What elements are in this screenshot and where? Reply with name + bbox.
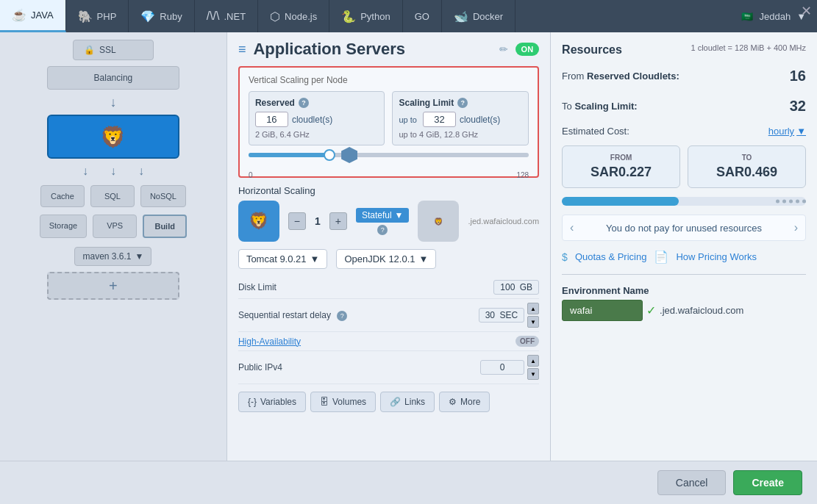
seq-restart-help-icon[interactable]: ? [337,311,347,321]
cache-node[interactable]: Cache [40,185,85,207]
create-label: Create [752,477,784,489]
seq-restart-label: Sequential restart delay ? [238,310,479,321]
progress-dot-4 [796,200,799,204]
resources-header: Resources 1 cloudlet = 128 MiB + 400 MHz [562,43,806,57]
seq-restart-unit: SEC [499,310,518,320]
scaling-cloudlet-row: up to cloudlet(s) [399,112,522,127]
seq-restart-up-button[interactable]: ▲ [527,303,539,314]
add-button[interactable]: + [47,272,179,300]
build-node[interactable]: Build [143,215,187,238]
more-button[interactable]: ⚙ More [439,392,490,412]
ha-toggle-button[interactable]: OFF [515,336,539,347]
links-button[interactable]: 🔗 Links [380,392,435,412]
sql-node[interactable]: SQL [90,185,135,207]
action-bar: {-} Variables 🗄 Volumes 🔗 Links ⚙ More [238,392,539,412]
volumes-button[interactable]: 🗄 Volumes [310,392,376,412]
to-price-value: SAR0.469 [696,165,798,180]
toggle-on-button[interactable]: ON [515,43,540,56]
tab-java[interactable]: ☕ JAVA [0,0,66,32]
slider-track[interactable] [249,153,529,157]
reserved-input[interactable] [255,112,288,127]
reserved-cloudlet-row: cloudlet(s) [255,112,379,127]
vertical-scaling-box: Vertical Scaling per Node Reserved ? clo… [238,66,539,178]
seq-restart-row: Sequential restart delay ? 30 SEC ▲ ▼ [238,299,539,332]
slider-handle-reserved[interactable] [324,149,335,161]
python-icon: 🐍 [341,10,356,24]
reserved-help-icon[interactable]: ? [299,98,309,108]
quotas-link[interactable]: Quotas & Pricing [575,251,647,262]
progress-dot-5 [802,200,806,204]
extra-node-placeholder: 🦁 [418,201,459,242]
edit-icon[interactable]: ✏ [499,43,508,55]
estimated-cost-label: Estimated Cost: [562,126,629,137]
horizontal-scaling-title: Horizontal Scaling [238,185,539,196]
tab-php[interactable]: 🐘 PHP [66,0,129,32]
price-boxes: FROM SAR0.227 TO SAR0.469 [562,145,806,188]
tomcat-select[interactable]: Tomcat 9.0.21 ▼ [238,249,328,269]
variables-button[interactable]: {-} Variables [238,392,306,412]
progress-fill [562,197,679,206]
reserved-label: Reserved [255,98,295,108]
volumes-label: Volumes [332,397,366,407]
tab-python[interactable]: 🐍 Python [329,0,402,32]
seq-restart-value: 30 SEC ▲ ▼ [479,303,539,328]
resources-title: Resources [562,43,622,57]
stateful-help-icon[interactable]: ? [377,225,388,235]
increase-node-button[interactable]: + [329,212,347,230]
balancing-label: Balancing [94,73,133,83]
tab-nodejs[interactable]: ⬡ Node.js [258,0,329,32]
vps-node[interactable]: VPS [93,215,137,238]
tab-net[interactable]: /\/\ .NET [195,0,258,32]
stateful-select[interactable]: Stateful ▼ [356,208,410,223]
maven-select[interactable]: maven 3.6.1 ▼ [74,247,151,266]
ipv4-down-button[interactable]: ▼ [527,368,539,380]
slider-handle-limit[interactable] [341,147,357,163]
server-node[interactable]: 🦁 [47,115,179,159]
unused-right-arrow[interactable]: › [794,221,798,234]
horizontal-scaling-controls: 🦁 − 1 + Stateful ▼ ? [238,201,539,242]
scaling-limit-input[interactable] [423,112,456,127]
ssl-button[interactable]: 🔒 SSL [73,40,154,60]
ipv4-up-button[interactable]: ▲ [527,355,539,367]
ha-label[interactable]: High-Availability [238,336,515,347]
seq-restart-down-button[interactable]: ▼ [527,316,539,328]
nosql-label: NoSQL [150,192,176,201]
reserved-group: Reserved ? cloudlet(s) 2 GiB, 6.4 GHz [249,91,385,145]
scaling-limit-help-icon[interactable]: ? [457,98,468,108]
env-name-input[interactable] [562,300,643,321]
tab-ruby[interactable]: 💎 Ruby [129,0,194,32]
divider [562,274,806,275]
h-scale-node: 🦁 [238,201,279,242]
hourly-link[interactable]: hourly ▼ [768,126,806,137]
nosql-node[interactable]: NoSQL [140,185,186,207]
openjdk-chevron-icon: ▼ [419,253,429,264]
ipv4-label: Public IPv4 [238,362,480,372]
stateful-label: Stateful [362,210,392,220]
openjdk-select[interactable]: OpenJDK 12.0.1 ▼ [336,249,436,269]
bottom-nodes: Cache SQL NoSQL [7,185,219,207]
variables-label: Variables [260,397,296,407]
ha-row: High-Availability OFF [238,332,539,351]
arrow-left-icon: ↓ [82,165,88,178]
region-flag: 🇸🇦 [741,11,753,22]
tab-ruby-label: Ruby [160,11,182,22]
scaling-up-to: up to [399,115,416,124]
balancing-button[interactable]: Balancing [47,66,179,90]
bottom-bar: Cancel Create [0,461,817,504]
tomcat-chevron-icon: ▼ [310,253,320,264]
create-button[interactable]: Create [733,470,802,495]
variables-icon: {-} [248,397,257,407]
tab-docker[interactable]: 🐋 Docker [442,0,515,32]
ssl-label: SSL [99,45,116,55]
how-pricing-link[interactable]: How Pricing Works [676,251,757,262]
decrease-node-button[interactable]: − [288,212,306,230]
add-icon: + [109,278,118,295]
tomcat-label: Tomcat 9.0.21 [246,253,307,264]
cancel-button[interactable]: Cancel [657,470,727,495]
close-button[interactable]: ✕ [795,0,817,22]
middle-panel: ≡ Application Servers ✏ ON Vertical Scal… [227,32,550,461]
to-price-box: TO SAR0.469 [688,145,806,188]
storage-node[interactable]: Storage [40,215,88,238]
ipv4-row: Public IPv4 0 ▲ ▼ [238,351,539,384]
tab-go[interactable]: GO [403,0,442,32]
